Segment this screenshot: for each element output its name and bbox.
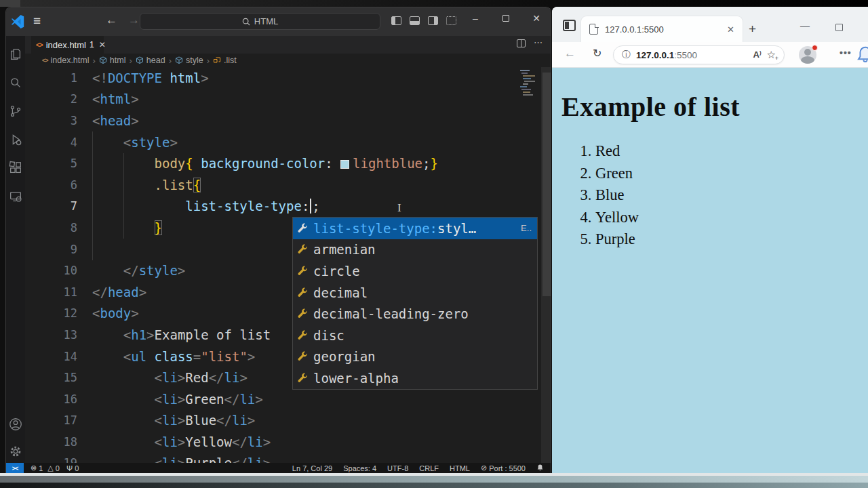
address-bar[interactable]: ⓘ 127.0.0.1:5500 A) ☆+ bbox=[613, 45, 785, 64]
live-server-port[interactable]: ⊘Port : 5500 bbox=[481, 464, 526, 472]
browser-tab-close-icon[interactable]: ✕ bbox=[727, 24, 734, 35]
minimap[interactable] bbox=[520, 69, 539, 98]
run-debug-icon[interactable] bbox=[8, 132, 23, 147]
menu-hamburger-icon[interactable]: ≡ bbox=[33, 14, 41, 28]
ports-indicator[interactable]: Ψ0 bbox=[66, 464, 79, 472]
settings-gear-icon[interactable] bbox=[8, 444, 23, 459]
browser-tab-title: 127.0.0.1:5500 bbox=[605, 24, 664, 35]
breadcrumb-separator: › bbox=[169, 56, 172, 66]
tab-badge: 1 bbox=[90, 40, 94, 49]
toggle-secondary-sidebar-icon[interactable] bbox=[428, 16, 438, 25]
activity-bar bbox=[6, 36, 25, 464]
error-icon: ⊗ bbox=[31, 464, 37, 472]
remote-explorer-icon[interactable] bbox=[8, 189, 23, 204]
line-number: 10 bbox=[25, 264, 77, 277]
breadcrumb-item-html[interactable]: html bbox=[99, 56, 126, 65]
breadcrumb-item-head[interactable]: head bbox=[136, 56, 165, 65]
status-item[interactable]: Ln 7, Col 29 bbox=[292, 464, 332, 472]
suggest-item-decimal[interactable]: decimal bbox=[293, 282, 537, 304]
code-line-4[interactable]: 4 <style> bbox=[25, 131, 551, 153]
notifications-bell-icon[interactable] bbox=[536, 464, 544, 473]
code-line-7[interactable]: 7 list-style-type:; bbox=[25, 196, 551, 218]
customize-layout-icon[interactable] bbox=[446, 16, 456, 25]
rendered-page: Example of list RedGreenBlueYellowPurple bbox=[552, 68, 868, 474]
remote-indicator[interactable]: >< bbox=[6, 463, 24, 473]
command-center-search[interactable]: HTML bbox=[140, 13, 380, 30]
browser-menu-icon[interactable]: ••• bbox=[840, 47, 852, 58]
browser-tab[interactable]: 127.0.0.1:5500 ✕ bbox=[580, 16, 743, 42]
browser-maximize-button[interactable] bbox=[835, 24, 843, 31]
code-line-6[interactable]: 6 .list{ bbox=[25, 174, 551, 196]
warning-icon: △ bbox=[47, 464, 53, 472]
status-item[interactable]: HTML bbox=[450, 464, 470, 472]
vscode-close-button[interactable]: ✕ bbox=[530, 13, 543, 24]
source-control-icon[interactable] bbox=[8, 104, 23, 119]
vscode-minimize-button[interactable]: – bbox=[469, 13, 482, 24]
tab-close-icon[interactable]: ✕ bbox=[99, 40, 106, 49]
status-bar: >< ⊗1 △0 Ψ0 Ln 7, Col 29Spaces: 4UTF-8CR… bbox=[6, 463, 551, 473]
suggest-item-disc[interactable]: disc bbox=[293, 325, 537, 346]
editor-more-actions-icon[interactable]: ⋯ bbox=[534, 39, 542, 47]
nav-back-icon[interactable]: ← bbox=[106, 14, 117, 27]
account-icon[interactable] bbox=[8, 417, 23, 432]
site-info-icon[interactable]: ⓘ bbox=[622, 49, 631, 61]
line-number: 8 bbox=[25, 221, 77, 235]
suggest-item-georgian[interactable]: georgian bbox=[293, 346, 537, 368]
nav-forward-icon[interactable]: → bbox=[128, 14, 140, 27]
code-line-16[interactable]: 16 <li>Green</li> bbox=[25, 388, 551, 410]
toggle-panel-icon[interactable] bbox=[410, 16, 420, 25]
list-item: Purple bbox=[595, 228, 868, 251]
search-sidebar-icon[interactable] bbox=[8, 75, 23, 90]
editor-tab-bar: <> index.html 1 ✕ ⋯ bbox=[25, 36, 551, 54]
code-line-5[interactable]: 5 body{ background-color: lightblue;} bbox=[25, 152, 551, 174]
status-item[interactable]: Spaces: 4 bbox=[343, 464, 376, 472]
split-editor-icon[interactable] bbox=[517, 39, 526, 47]
extensions-icon[interactable] bbox=[8, 161, 23, 176]
breadcrumb-item-indexhtml[interactable]: <>index.html bbox=[42, 56, 90, 65]
code-line-17[interactable]: 17 <li>Blue</li> bbox=[25, 410, 551, 432]
editor-scrollbar[interactable] bbox=[541, 67, 551, 464]
url-host: 127.0.0.1 bbox=[636, 50, 674, 60]
tab-label: index.html bbox=[46, 40, 86, 50]
problems-indicator[interactable]: ⊗1 △0 bbox=[31, 464, 60, 472]
code-line-19[interactable]: 19 <li>Purple</li> bbox=[25, 453, 551, 464]
code-editor[interactable]: 1<!DOCTYPE html>2<html>3<head>4 <style>5… bbox=[25, 67, 551, 464]
notification-bell-icon[interactable] bbox=[855, 44, 868, 66]
status-item[interactable]: CRLF bbox=[419, 464, 439, 472]
breadcrumb-separator: › bbox=[93, 56, 96, 66]
breadcrumb-item-list[interactable]: .list bbox=[213, 56, 237, 65]
autocomplete-popup[interactable]: list-style-type: styl…E..armeniancircled… bbox=[292, 217, 538, 390]
browser-refresh-icon[interactable]: ↻ bbox=[593, 47, 601, 60]
suggest-item-decimal-leading-zero[interactable]: decimal-leading-zero bbox=[293, 303, 537, 325]
color-swatch[interactable] bbox=[340, 160, 349, 169]
code-line-3[interactable]: 3<head> bbox=[25, 110, 551, 131]
circle-slash-icon: ⊘ bbox=[481, 464, 487, 472]
code-line-18[interactable]: 18 <li>Yellow</li> bbox=[25, 431, 551, 453]
suggest-item-circle[interactable]: circle bbox=[293, 260, 537, 282]
list-item: Blue bbox=[595, 184, 868, 207]
suggest-item-armenian[interactable]: armenian bbox=[293, 239, 537, 261]
code-line-2[interactable]: 2<html> bbox=[25, 89, 551, 110]
breadcrumb-item-style[interactable]: style bbox=[175, 56, 203, 65]
toggle-sidebar-icon[interactable] bbox=[391, 16, 401, 25]
breadcrumb[interactable]: <>index.html›html›head›style›.list bbox=[25, 54, 551, 67]
list-item: Yellow bbox=[595, 207, 868, 229]
read-aloud-icon[interactable]: A) bbox=[753, 49, 761, 60]
line-number: 18 bbox=[25, 435, 77, 449]
tab-actions-menu-icon[interactable] bbox=[563, 20, 576, 31]
browser-minimize-button[interactable]: — bbox=[800, 20, 810, 31]
line-number: 12 bbox=[25, 306, 77, 320]
line-number: 7 bbox=[25, 199, 77, 213]
suggest-item-selected[interactable]: list-style-type: styl…E.. bbox=[293, 218, 537, 239]
line-number: 1 bbox=[25, 71, 77, 85]
rendered-list: RedGreenBlueYellowPurple bbox=[552, 140, 868, 251]
favorites-star-icon[interactable]: ☆+ bbox=[767, 49, 776, 61]
explorer-icon[interactable] bbox=[8, 47, 23, 62]
suggest-item-lower-alpha[interactable]: lower-alpha bbox=[293, 367, 537, 389]
new-tab-button[interactable]: + bbox=[749, 22, 756, 37]
status-item[interactable]: UTF-8 bbox=[387, 464, 408, 472]
browser-back-icon[interactable]: ← bbox=[564, 47, 576, 60]
vscode-maximize-button[interactable] bbox=[499, 13, 513, 24]
tab-index-html[interactable]: <> index.html 1 ✕ bbox=[31, 36, 104, 54]
code-line-1[interactable]: 1<!DOCTYPE html> bbox=[25, 67, 551, 89]
